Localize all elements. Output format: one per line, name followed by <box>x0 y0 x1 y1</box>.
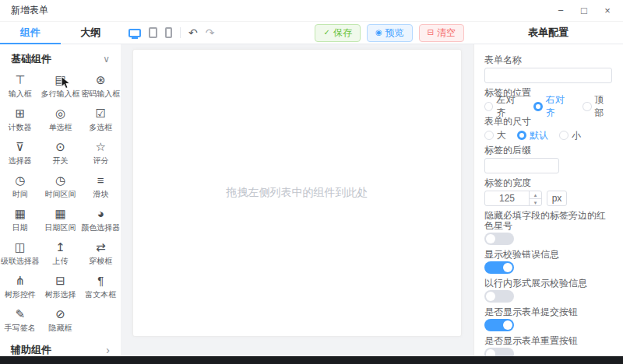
label-width-input[interactable]: 125▴▾ <box>484 191 542 206</box>
form-size-option[interactable]: 小 <box>559 129 581 142</box>
undo-icon[interactable]: ↶ <box>188 27 198 38</box>
basic-components-section[interactable]: 基础组件 ∨ <box>0 44 121 69</box>
minimize-button[interactable]: − <box>556 6 565 16</box>
desktop-icon[interactable] <box>128 29 141 37</box>
component-item-rich-text[interactable]: ¶富文本框 <box>80 270 121 303</box>
component-item-time-range[interactable]: ◷时间区间 <box>40 170 81 203</box>
radio-option-label: 大 <box>497 129 506 142</box>
component-item-textarea[interactable]: ▤多行输入框 <box>40 69 81 103</box>
label-width-label: 标签的宽度 <box>484 178 612 188</box>
component-label: 时间区间 <box>44 189 76 200</box>
rate-icon: ☆ <box>95 140 105 153</box>
component-item-hidden[interactable]: ⊘隐藏框 <box>40 303 81 337</box>
toolbar: 组件 大纲 ↶ ↷ ✓ 保存 ◉ 预览 ⊟ 清空 表单配置 <box>0 22 623 44</box>
tab-bar: 组件 大纲 <box>0 22 121 44</box>
mobile-icon[interactable] <box>165 27 172 38</box>
canvas-region: 拖拽左侧列表中的组件到此处 <box>121 44 473 356</box>
form-config-panel: 表单名称标签的位置左对齐右对齐顶部表单的尺寸大默认小标签的后缀标签的宽度125▴… <box>473 44 623 356</box>
toggle-knob <box>486 349 495 356</box>
component-label: 穿梭框 <box>89 256 112 267</box>
tree-icon: ⋔ <box>16 274 26 287</box>
radio-circle-icon <box>559 131 568 140</box>
component-item-signature[interactable]: ✎手写签名 <box>0 303 40 337</box>
maximize-button[interactable]: □ <box>579 6 589 16</box>
redo-icon[interactable]: ↷ <box>206 27 215 38</box>
input-icon: ⊤ <box>15 73 25 86</box>
show-validation-error-toggle[interactable] <box>484 261 514 274</box>
component-item-select[interactable]: ⊽选择器 <box>0 136 40 170</box>
password-icon: ⊛ <box>96 73 106 86</box>
label-suffix-input[interactable] <box>484 158 559 173</box>
clear-button-label: 清空 <box>437 26 456 40</box>
show-submit-button-toggle[interactable] <box>484 319 514 331</box>
radio-circle-icon <box>533 102 543 111</box>
component-item-checkbox[interactable]: ☑多选框 <box>80 103 121 136</box>
toolbar-divider <box>180 27 181 38</box>
preview-button[interactable]: ◉ 预览 <box>367 24 413 42</box>
counter-icon: ⊞ <box>16 107 26 120</box>
select-icon: ⊽ <box>16 140 24 153</box>
title-bar: 新增表单 − □ × <box>0 0 623 22</box>
transfer-icon: ⇄ <box>96 240 106 254</box>
component-label: 多选框 <box>89 122 112 133</box>
window-controls: − □ × <box>556 6 612 16</box>
component-label: 开关 <box>52 156 68 166</box>
component-item-switch[interactable]: ⊙开关 <box>40 136 81 170</box>
component-item-date-range[interactable]: ▦日期区间 <box>40 203 81 236</box>
component-item-counter[interactable]: ⊞计数器 <box>0 103 40 136</box>
slider-icon: ≡ <box>97 173 104 187</box>
stepper-up-icon[interactable]: ▴ <box>530 191 541 199</box>
hide-required-asterisk-label: 隐藏必填字段的标签旁边的红色星号 <box>484 211 612 231</box>
show-reset-button-label: 是否显示表单重置按钮 <box>484 336 612 346</box>
close-button[interactable]: × <box>603 6 612 16</box>
device-switcher <box>128 27 172 38</box>
radio-circle-icon <box>517 131 526 140</box>
clear-button[interactable]: ⊟ 清空 <box>419 24 464 42</box>
form-canvas-dropzone[interactable]: 拖拽左侧列表中的组件到此处 <box>132 49 462 337</box>
label-width-row: 125▴▾px <box>484 191 612 206</box>
component-item-input[interactable]: ⊤输入框 <box>0 69 40 103</box>
form-size-option[interactable]: 默认 <box>517 129 548 142</box>
tablet-icon[interactable] <box>149 27 157 38</box>
label-position-option[interactable]: 顶部 <box>583 93 612 120</box>
hide-required-asterisk-toggle[interactable] <box>484 233 514 245</box>
component-label: 密码输入框 <box>81 89 120 100</box>
component-label: 评分 <box>93 156 108 166</box>
component-label: 多行输入框 <box>40 89 79 100</box>
component-item-slider[interactable]: ≡滑块 <box>80 170 121 203</box>
component-label: 上传 <box>52 256 68 267</box>
date-range-icon: ▦ <box>55 207 65 220</box>
component-item-color-picker[interactable]: ◕颜色选择器 <box>80 203 121 236</box>
bottom-bar <box>0 356 623 364</box>
save-button[interactable]: ✓ 保存 <box>315 24 360 42</box>
component-label: 单选框 <box>48 122 72 133</box>
component-item-upload[interactable]: ↥上传 <box>40 236 81 270</box>
aux-components-section[interactable]: 辅助组件 › <box>0 337 121 356</box>
component-item-transfer[interactable]: ⇄穿梭框 <box>80 236 121 270</box>
component-item-tree[interactable]: ⋔树形控件 <box>0 270 40 303</box>
tab-components[interactable]: 组件 <box>0 22 61 44</box>
component-item-radio[interactable]: ◎单选框 <box>40 103 81 136</box>
chevron-right-icon: › <box>106 344 110 356</box>
stepper-down-icon[interactable]: ▾ <box>530 199 541 206</box>
inline-validation-message-toggle[interactable] <box>484 290 514 303</box>
label-position-option[interactable]: 右对齐 <box>533 93 572 120</box>
component-item-rate[interactable]: ☆评分 <box>80 136 121 170</box>
canvas-toolbar: ↶ ↷ ✓ 保存 ◉ 预览 ⊟ 清空 <box>121 22 473 44</box>
upload-icon: ↥ <box>55 240 65 254</box>
show-reset-button-toggle[interactable] <box>484 348 514 356</box>
config-panel-title: 表单配置 <box>473 22 623 44</box>
chevron-down-icon: ∨ <box>103 54 110 65</box>
component-label: 时间 <box>12 189 28 200</box>
date-icon: ▦ <box>15 207 26 220</box>
component-item-cascader[interactable]: ◫级联选择器 <box>0 236 40 270</box>
component-item-time[interactable]: ◷时间 <box>0 170 40 203</box>
component-item-date[interactable]: ▦日期 <box>0 203 40 236</box>
component-item-password[interactable]: ⊛密码输入框 <box>80 69 121 103</box>
toggle-knob <box>503 320 512 330</box>
form-size-option[interactable]: 大 <box>484 129 506 142</box>
radio-circle-icon <box>484 102 493 111</box>
tab-outline[interactable]: 大纲 <box>61 22 121 44</box>
component-item-tree-select[interactable]: ⊟树形选择 <box>40 270 81 303</box>
form-name-input[interactable] <box>484 68 612 83</box>
